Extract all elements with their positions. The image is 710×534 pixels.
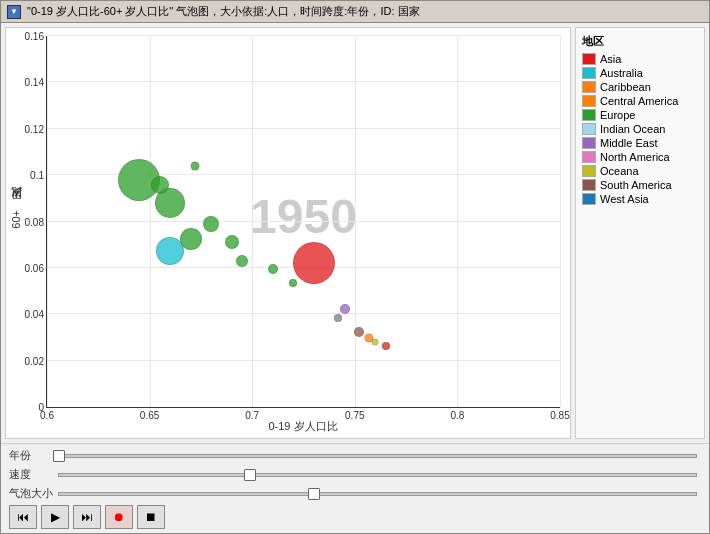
legend-color-swatch: [582, 151, 596, 163]
main-window: ▼ "0-19 岁人口比-60+ 岁人口比" 气泡图，大小依据:人口，时间跨度:…: [0, 0, 710, 534]
legend-item-label: South America: [600, 179, 672, 191]
legend-color-swatch: [582, 179, 596, 191]
forward-button[interactable]: ⏭: [73, 505, 101, 529]
y-tick-016: 0.16: [25, 31, 47, 42]
size-control-row: 气泡大小: [9, 486, 701, 501]
legend-item-west-asia: West Asia: [582, 193, 698, 205]
size-slider[interactable]: [58, 492, 697, 496]
legend-item-label: Middle East: [600, 137, 657, 149]
rewind-button[interactable]: ⏮: [9, 505, 37, 529]
legend-color-swatch: [582, 95, 596, 107]
speed-control-row: 速度: [9, 467, 701, 482]
legend-item-central-america: Central America: [582, 95, 698, 107]
y-tick-006: 0.06: [25, 262, 47, 273]
bubble-8[interactable]: [236, 255, 248, 267]
legend-item-label: West Asia: [600, 193, 649, 205]
legend-item-middle-east: Middle East: [582, 137, 698, 149]
bubble-6[interactable]: [203, 216, 219, 232]
y-tick-008: 0.08: [25, 216, 47, 227]
legend-color-swatch: [582, 137, 596, 149]
legend-item-label: North America: [600, 151, 670, 163]
y-tick-004: 0.04: [25, 309, 47, 320]
controls-panel: 年份 速度 气泡大小 ⏮ ▶ ⏭ ⏺ ⏹: [1, 443, 709, 533]
chart-plot: 1950: [46, 36, 560, 408]
year-slider[interactable]: [58, 454, 697, 458]
play-button[interactable]: ▶: [41, 505, 69, 529]
main-content: 60+ 岁人口比 1950: [1, 23, 709, 443]
legend-color-swatch: [582, 193, 596, 205]
size-label: 气泡大小: [9, 486, 54, 501]
y-axis-label: 60+ 岁人口比: [9, 207, 24, 229]
year-control-row: 年份: [9, 448, 701, 463]
legend-item-label: Indian Ocean: [600, 123, 665, 135]
window-icon: ▼: [7, 5, 21, 19]
legend-item-oceana: Oceana: [582, 165, 698, 177]
bubble-7[interactable]: [225, 235, 239, 249]
year-label: 1950: [250, 189, 357, 244]
y-tick-010: 0.1: [30, 170, 47, 181]
legend-title: 地区: [582, 34, 698, 49]
bubble-5[interactable]: [190, 162, 199, 171]
legend-items: Asia Australia Caribbean Central America…: [582, 53, 698, 205]
legend-item-label: Europe: [600, 109, 635, 121]
speed-slider[interactable]: [58, 473, 697, 477]
legend-color-swatch: [582, 67, 596, 79]
legend-item-label: Oceana: [600, 165, 639, 177]
x-axis-label: 0-19 岁人口比: [268, 420, 337, 432]
stop-button[interactable]: ⏹: [137, 505, 165, 529]
legend-color-swatch: [582, 81, 596, 93]
bubble-10[interactable]: [289, 279, 297, 287]
bubble-3[interactable]: [156, 237, 184, 265]
record-button[interactable]: ⏺: [105, 505, 133, 529]
y-tick-002: 0.02: [25, 355, 47, 366]
chart-inner: 60+ 岁人口比 1950: [6, 28, 570, 438]
window-title: "0-19 岁人口比-60+ 岁人口比" 气泡图，大小依据:人口，时间跨度:年份…: [27, 4, 703, 19]
size-slider-thumb[interactable]: [308, 488, 320, 500]
legend-color-swatch: [582, 123, 596, 135]
legend-item-indian-ocean: Indian Ocean: [582, 123, 698, 135]
bubble-17[interactable]: [382, 342, 390, 350]
y-tick-012: 0.12: [25, 123, 47, 134]
speed-slider-thumb[interactable]: [244, 469, 256, 481]
bubble-11[interactable]: [293, 242, 335, 284]
legend-color-swatch: [582, 165, 596, 177]
playback-controls: ⏮ ▶ ⏭ ⏺ ⏹: [9, 505, 701, 529]
year-label: 年份: [9, 448, 54, 463]
bubble-13[interactable]: [334, 314, 342, 322]
legend: 地区 Asia Australia Caribbean Central Amer…: [575, 27, 705, 439]
legend-item-label: Caribbean: [600, 81, 651, 93]
bubble-14[interactable]: [354, 327, 364, 337]
y-tick-014: 0.14: [25, 77, 47, 88]
bubble-16[interactable]: [372, 339, 379, 346]
legend-item-label: Asia: [600, 53, 621, 65]
legend-item-caribbean: Caribbean: [582, 81, 698, 93]
legend-color-swatch: [582, 53, 596, 65]
legend-item-label: Australia: [600, 67, 643, 79]
speed-label: 速度: [9, 467, 54, 482]
legend-item-australia: Australia: [582, 67, 698, 79]
bubble-4[interactable]: [151, 176, 169, 194]
bubble-12[interactable]: [340, 304, 350, 314]
bubble-9[interactable]: [268, 264, 278, 274]
legend-item-label: Central America: [600, 95, 678, 107]
legend-item-north-america: North America: [582, 151, 698, 163]
legend-item-asia: Asia: [582, 53, 698, 65]
legend-item-south-america: South America: [582, 179, 698, 191]
chart-area: 60+ 岁人口比 1950: [5, 27, 571, 439]
legend-color-swatch: [582, 109, 596, 121]
year-slider-thumb[interactable]: [53, 450, 65, 462]
title-bar: ▼ "0-19 岁人口比-60+ 岁人口比" 气泡图，大小依据:人口，时间跨度:…: [1, 1, 709, 23]
legend-item-europe: Europe: [582, 109, 698, 121]
